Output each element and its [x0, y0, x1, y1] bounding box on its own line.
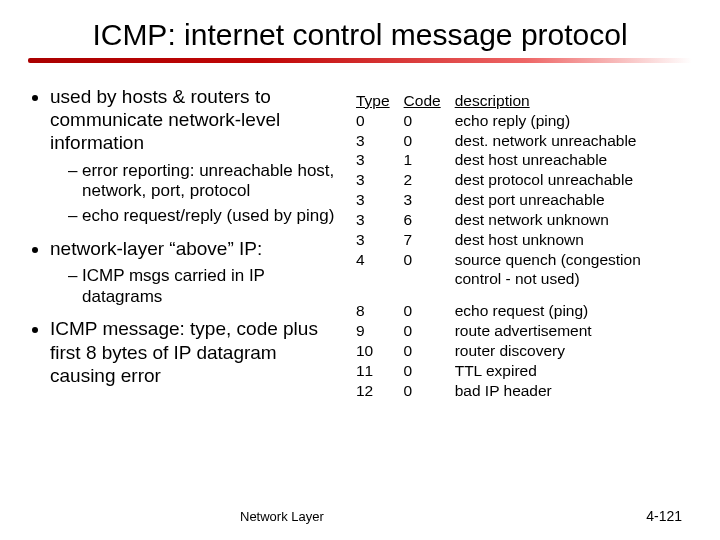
cell-code: 0 — [404, 250, 455, 290]
col-code: Code — [404, 91, 455, 111]
cell-type: 3 — [356, 150, 404, 170]
title-block: ICMP: internet control message protocol — [28, 18, 692, 63]
bullet-text-pre: network-layer — [50, 238, 169, 259]
cell-code: 6 — [404, 210, 455, 230]
table-row: 33dest port unreachable — [356, 190, 692, 210]
content-columns: used by hosts & routers to communicate n… — [28, 85, 692, 400]
cell-type: 3 — [356, 190, 404, 210]
cell-code: 0 — [404, 361, 455, 381]
page-title: ICMP: internet control message protocol — [92, 18, 627, 54]
table-row: 40source quench (congestion control - no… — [356, 250, 692, 290]
slide: ICMP: internet control message protocol … — [0, 0, 720, 540]
cell-code: 1 — [404, 150, 455, 170]
title-underline — [28, 58, 692, 63]
cell-desc: route advertisement — [455, 321, 692, 341]
cell-desc: dest host unreachable — [455, 150, 692, 170]
cell-type: 3 — [356, 131, 404, 151]
cell-type: 12 — [356, 381, 404, 401]
icmp-table: Type Code description 00echo reply (ping… — [356, 91, 692, 400]
sub-list: error reporting: unreachable host, netwo… — [50, 161, 338, 227]
cell-type: 8 — [356, 289, 404, 321]
table-row: 31dest host unreachable — [356, 150, 692, 170]
col-type: Type — [356, 91, 404, 111]
footer-left: Network Layer — [240, 509, 324, 524]
cell-desc: bad IP header — [455, 381, 692, 401]
cell-desc: dest port unreachable — [455, 190, 692, 210]
cell-desc: dest network unknown — [455, 210, 692, 230]
bullet-item: used by hosts & routers to communicate n… — [50, 85, 338, 227]
sub-item: echo request/reply (used by ping) — [68, 206, 338, 227]
cell-type: 0 — [356, 111, 404, 131]
bullet-text-lead: ICMP message: — [50, 318, 185, 339]
cell-desc: dest protocol unreachable — [455, 170, 692, 190]
table-row: 00echo reply (ping) — [356, 111, 692, 131]
bullet-text-quote: “above” — [169, 238, 233, 259]
cell-desc: router discovery — [455, 341, 692, 361]
cell-type: 11 — [356, 361, 404, 381]
cell-type: 10 — [356, 341, 404, 361]
bullet-text: used by hosts & routers to communicate n… — [50, 86, 280, 153]
table-row: 32dest protocol unreachable — [356, 170, 692, 190]
cell-desc: echo request (ping) — [455, 289, 692, 321]
cell-code: 0 — [404, 341, 455, 361]
cell-type: 9 — [356, 321, 404, 341]
table-row: 80echo request (ping) — [356, 289, 692, 321]
cell-desc: dest. network unreachable — [455, 131, 692, 151]
table-row: 120bad IP header — [356, 381, 692, 401]
table-row: 100router discovery — [356, 341, 692, 361]
right-column: Type Code description 00echo reply (ping… — [356, 85, 692, 400]
table-header-row: Type Code description — [356, 91, 692, 111]
sub-list: ICMP msgs carried in IP datagrams — [50, 266, 338, 307]
cell-code: 3 — [404, 190, 455, 210]
col-desc: description — [455, 91, 692, 111]
cell-code: 0 — [404, 381, 455, 401]
cell-type: 3 — [356, 170, 404, 190]
cell-code: 0 — [404, 321, 455, 341]
cell-code: 0 — [404, 111, 455, 131]
cell-type: 3 — [356, 210, 404, 230]
table-row: 36dest network unknown — [356, 210, 692, 230]
cell-code: 0 — [404, 131, 455, 151]
table-row: 110TTL expired — [356, 361, 692, 381]
bullet-item: network-layer “above” IP: ICMP msgs carr… — [50, 237, 338, 308]
cell-type: 3 — [356, 230, 404, 250]
cell-code: 0 — [404, 289, 455, 321]
table-row: 90route advertisement — [356, 321, 692, 341]
cell-code: 7 — [404, 230, 455, 250]
bullet-list: used by hosts & routers to communicate n… — [28, 85, 338, 387]
cell-desc: source quench (congestion control - not … — [455, 250, 692, 290]
cell-desc: echo reply (ping) — [455, 111, 692, 131]
footer-right: 4-121 — [646, 508, 682, 524]
table-row: 30dest. network unreachable — [356, 131, 692, 151]
table-row: 37dest host unknown — [356, 230, 692, 250]
left-column: used by hosts & routers to communicate n… — [28, 85, 338, 400]
cell-type: 4 — [356, 250, 404, 290]
bullet-text-post: IP: — [234, 238, 263, 259]
sub-item: error reporting: unreachable host, netwo… — [68, 161, 338, 202]
cell-desc: TTL expired — [455, 361, 692, 381]
bullet-item: ICMP message: type, code plus first 8 by… — [50, 317, 338, 387]
cell-desc: dest host unknown — [455, 230, 692, 250]
cell-code: 2 — [404, 170, 455, 190]
sub-item: ICMP msgs carried in IP datagrams — [68, 266, 338, 307]
